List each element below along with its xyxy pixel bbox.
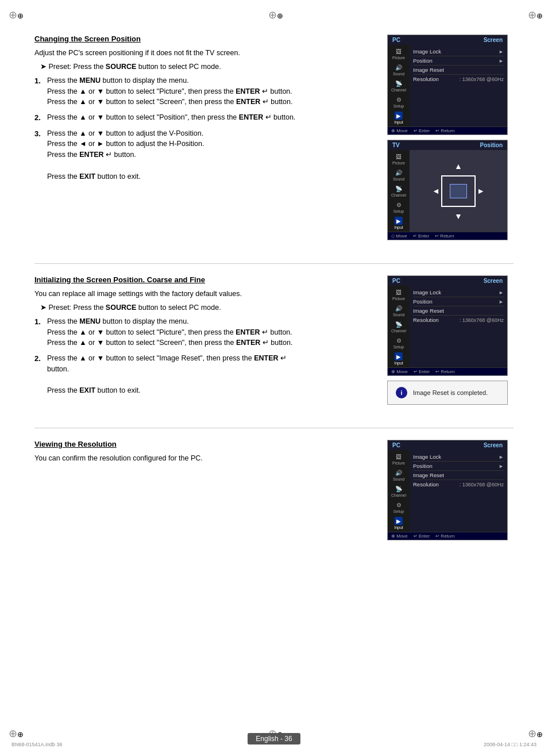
crosshair-right-top: ⊕: [528, 9, 539, 20]
section1-text: Changing the Screen Position Adjust the …: [34, 34, 376, 240]
crosshair-left-top: ⊕: [9, 9, 20, 20]
pos-arrow-down: ▼: [454, 212, 462, 221]
s3-sound-icon: 🔊: [395, 469, 403, 477]
sidebar-channel-pos: 📡 Channel: [389, 185, 408, 197]
section3-menu-content: Image Lock ► Position ► Image Reset Reso…: [410, 450, 507, 532]
sidebar-picture: 🖼 Picture: [389, 47, 408, 60]
channel-icon: 📡: [395, 79, 403, 87]
s2-sidebar-picture: 🖼 Picture: [389, 288, 408, 301]
pos-footer: ◇ Move ↵ Enter ↩ Return: [388, 232, 507, 240]
s3-sidebar-input: ▶ Input: [389, 517, 408, 529]
section1-step1: 1. Press the MENU button to display the …: [34, 75, 376, 108]
section1-images: PC Screen 🖼 Picture 🔊 Sound: [387, 34, 514, 240]
s2-channel-icon: 📡: [395, 320, 403, 328]
pos-arrow-left: ◄: [432, 186, 440, 195]
sidebar-setup: ⚙ Setup: [389, 95, 408, 108]
s2-picture-icon: 🖼: [395, 288, 403, 296]
section3-menu-footer: ⊕ Move ↵ Enter ↩ Return: [388, 532, 507, 540]
section3-screen-menu: PC Screen 🖼 Picture 🔊 Sound: [387, 440, 508, 540]
s3-sidebar-sound: 🔊 Sound: [389, 469, 408, 481]
pos-body: 🖼 Picture 🔊 Sound 📡 Channel ⚙: [388, 150, 507, 232]
section2-menu-footer: ⊕ Move ↵ Enter ↩ Return: [388, 367, 507, 375]
page-content: ⊕ ⊕ ⊕ ⊕ ⊕ ⊕ Changing the Screen Position…: [0, 0, 548, 756]
info-icon: i: [396, 387, 407, 398]
section2-menu-sidebar: 🖼 Picture 🔊 Sound 📡 Channel ⚙: [388, 286, 410, 367]
s2-sidebar-sound: 🔊 Sound: [389, 304, 408, 317]
sound-icon-pos: 🔊: [395, 168, 403, 176]
footer-date: 2008-04-14 □□ 1:24:43: [484, 742, 537, 747]
channel-icon-pos: 📡: [395, 185, 403, 193]
divider1: [34, 263, 514, 264]
pos-inner: [450, 184, 467, 198]
section1-screen-menu: PC Screen 🖼 Picture 🔊 Sound: [387, 34, 508, 135]
menu-row-position: Position ►: [413, 56, 504, 66]
section3-intro: You can confirm the resolution configure…: [34, 453, 376, 464]
picture-icon: 🖼: [395, 47, 403, 55]
s3-menu-row-position: Position ►: [413, 462, 504, 471]
pos-arrow-right: ►: [477, 186, 485, 195]
pos-sidebar: 🖼 Picture 🔊 Sound 📡 Channel ⚙: [388, 150, 410, 232]
section-viewing-resolution: Viewing the Resolution You can confirm t…: [34, 440, 514, 540]
section-initializing: Initializing the Screen Position. Coarse…: [34, 275, 514, 405]
section2-step2: 2. Press the ▲ or ▼ button to select "Im…: [34, 353, 376, 396]
menu-row-resolution: Resolution : 1360x768 @60Hz: [413, 75, 504, 83]
section3-title: Viewing the Resolution: [34, 440, 376, 448]
pos-arrow-up: ▲: [454, 162, 462, 171]
sidebar-input-pos: ▶ Input: [389, 217, 408, 229]
s3-picture-icon: 🖼: [395, 452, 403, 460]
sidebar-sound-pos: 🔊 Sound: [389, 168, 408, 181]
reset-notification: i Image Reset is completed.: [387, 381, 508, 405]
section2-screen-menu: PC Screen 🖼 Picture 🔊 Sound: [387, 275, 508, 376]
divider2: [34, 428, 514, 428]
menu-body: 🖼 Picture 🔊 Sound 📡 Channel ⚙: [388, 45, 507, 126]
s2-menu-row-imagelock: Image Lock ►: [413, 288, 504, 297]
setup-icon: ⚙: [395, 95, 403, 103]
s2-sidebar-input: ▶ Input: [389, 352, 408, 365]
setup-icon-pos: ⚙: [395, 201, 403, 209]
s2-sidebar-setup: ⚙ Setup: [389, 336, 408, 349]
section2-text: Initializing the Screen Position. Coarse…: [34, 275, 376, 405]
s2-menu-row-position: Position ►: [413, 297, 504, 306]
menu-footer: ⊕ Move ↵ Enter ↩ Return: [388, 126, 507, 135]
s3-menu-row-imagereset: Image Reset: [413, 471, 504, 480]
s2-sidebar-channel: 📡 Channel: [389, 320, 408, 333]
section3-menu-header: PC Screen: [388, 440, 507, 450]
s3-sidebar-picture: 🖼 Picture: [389, 452, 408, 465]
sidebar-channel: 📡 Channel: [389, 79, 408, 92]
section1-position-menu: TV Position 🖼 Picture 🔊 Sound: [387, 140, 508, 240]
section1-step3: 3. Press the ▲ or ▼ button to adjust the…: [34, 128, 376, 182]
input-icon: ▶: [395, 112, 403, 120]
s3-input-icon: ▶: [395, 517, 403, 525]
s2-menu-row-resolution: Resolution : 1360x768 @60Hz: [413, 316, 504, 324]
input-icon-pos: ▶: [395, 217, 403, 225]
footer-file: BN68-01541A.indb 36: [11, 742, 63, 747]
s3-menu-row-imagelock: Image Lock ►: [413, 452, 504, 462]
menu-sidebar: 🖼 Picture 🔊 Sound 📡 Channel ⚙: [388, 45, 410, 126]
section2-step1: 1. Press the MENU button to display the …: [34, 316, 376, 348]
section1-title: Changing the Screen Position: [34, 34, 376, 43]
s3-sidebar-setup: ⚙ Setup: [389, 501, 408, 513]
section2-title: Initializing the Screen Position. Coarse…: [34, 275, 376, 284]
s3-channel-icon: 📡: [395, 485, 403, 493]
section2-menu-content: Image Lock ► Position ► Image Reset Reso…: [410, 286, 507, 367]
section2-menu-header: PC Screen: [388, 276, 507, 286]
section1-intro: Adjust the PC's screen positioning if it…: [34, 48, 376, 59]
s3-menu-row-resolution: Resolution : 1360x768 @60Hz: [413, 480, 504, 489]
s2-setup-icon: ⚙: [395, 336, 403, 344]
sound-icon: 🔊: [395, 63, 403, 71]
pos-header: TV Position: [388, 140, 507, 150]
section3-images: PC Screen 🖼 Picture 🔊 Sound: [387, 440, 514, 540]
section2-preset: ➤ Preset: Press the SOURCE button to sel…: [40, 303, 376, 312]
s2-input-icon: ▶: [395, 352, 403, 360]
pos-frame: ◄ ►: [441, 175, 476, 207]
position-diagram: ▲ ◄ ► ▼: [433, 170, 484, 213]
reset-message: Image Reset is completed.: [413, 389, 488, 396]
sidebar-setup-pos: ⚙ Setup: [389, 201, 408, 213]
s2-sound-icon: 🔊: [395, 304, 403, 312]
section3-menu-sidebar: 🖼 Picture 🔊 Sound 📡 Channel ⚙: [388, 450, 410, 532]
page-number: English - 36: [248, 733, 300, 745]
menu-content: Image Lock ► Position ► Image Reset Reso…: [410, 45, 507, 126]
section1-preset: ➤ Preset: Press the SOURCE button to sel…: [40, 62, 376, 71]
menu-header: PC Screen: [388, 35, 507, 45]
section3-text: Viewing the Resolution You can confirm t…: [34, 440, 376, 540]
